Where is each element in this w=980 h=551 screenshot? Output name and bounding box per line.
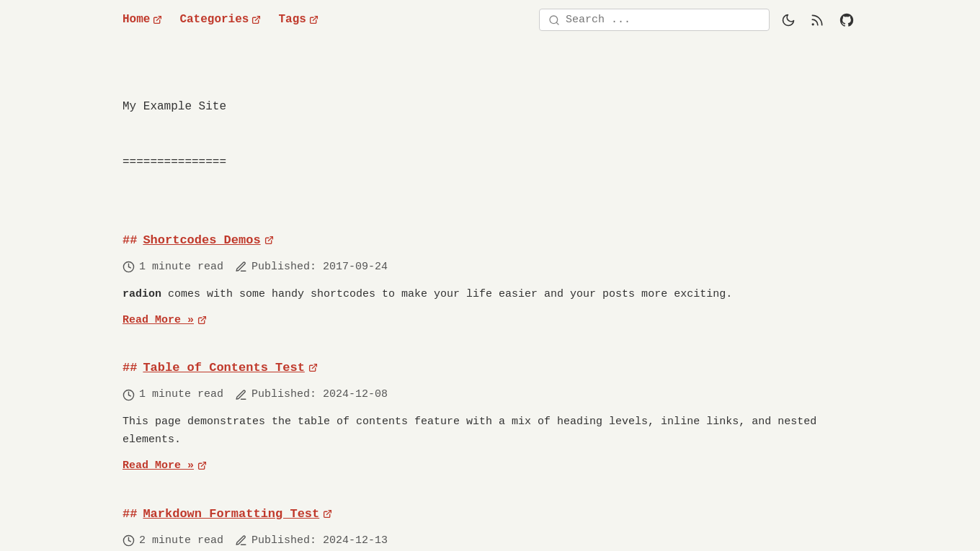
post-heading-line: ## Shortcodes Demos [122,230,858,250]
moon-icon [781,13,796,27]
clock-icon [122,534,135,547]
post-title-toc[interactable]: Table of Contents Test [143,358,317,377]
post-meta: 1 minute read Published: 2017-09-24 [122,259,858,276]
post-title-text: Markdown Formatting Test [143,504,319,524]
hash-marker: ## [122,358,137,377]
nav-bar: Home Categories Tags [122,0,858,40]
excerpt-text: This page demonstrates the table of cont… [122,416,816,446]
github-icon [839,12,855,28]
read-time-text: 1 minute read [139,386,223,403]
excerpt-bold: radion [122,288,161,300]
search-container[interactable] [539,9,770,31]
post-meta: 1 minute read Published: 2024-12-08 [122,386,858,403]
read-time-item: 1 minute read [122,259,223,276]
post-toc-test: ## Table of Contents Test 1 minute read [122,358,858,475]
read-more-shortcodes[interactable]: Read More » [122,312,207,329]
svg-line-8 [201,317,205,321]
nav-categories[interactable]: Categories [179,11,261,30]
read-more-toc[interactable]: Read More » [122,457,207,475]
svg-line-12 [327,510,331,514]
site-title: My Example Site =============== [122,61,858,209]
nav-actions [539,9,858,31]
nav-home-label: Home [122,11,150,30]
nav-tags[interactable]: Tags [278,11,318,30]
post-external-link-icon [323,509,332,519]
clock-icon [122,261,135,273]
site-underline: =============== [122,153,858,172]
external-link-icon [251,15,261,24]
svg-line-6 [268,236,272,241]
hash-marker: ## [122,230,137,250]
svg-line-11 [201,462,205,467]
external-link-icon [309,15,318,24]
nav-categories-label: Categories [179,11,249,30]
post-title-text: Shortcodes Demos [143,230,260,250]
nav-home[interactable]: Home [122,11,162,30]
read-time-text: 1 minute read [139,259,223,276]
external-link-icon [153,15,162,24]
published-text: Published: 2024-12-08 [251,386,388,403]
read-time-item: 1 minute read [122,386,223,403]
post-markdown-test: ## Markdown Formatting Test 2 minute rea… [122,504,858,551]
post-meta: 2 minute read Published: 2024-12-13 [122,532,858,550]
post-title-markdown[interactable]: Markdown Formatting Test [143,504,332,524]
svg-line-2 [313,17,317,21]
rss-icon [810,13,824,27]
svg-line-4 [556,22,558,24]
site-name: My Example Site [122,98,858,117]
post-excerpt: This page demonstrates the table of cont… [122,413,858,449]
post-excerpt: radion comes with some handy shortcodes … [122,286,858,304]
pencil-icon [235,261,247,273]
search-input[interactable] [566,14,760,26]
read-time-item: 2 minute read [122,532,223,550]
pencil-icon [235,534,247,547]
excerpt-rest: comes with some handy shortcodes to make… [161,288,732,300]
post-shortcodes-demos: ## Shortcodes Demos 1 minute read [122,230,858,330]
site-header: My Example Site =============== [122,61,858,209]
published-item: Published: 2017-09-24 [235,259,388,276]
post-heading-line: ## Table of Contents Test [122,358,858,377]
svg-line-0 [157,17,161,21]
svg-point-5 [812,24,814,25]
svg-line-9 [312,364,316,369]
read-more-label: Read More » [122,457,194,475]
github-button[interactable] [836,9,858,31]
nav-tags-label: Tags [278,11,306,30]
pencil-icon [235,389,247,401]
post-heading-line: ## Markdown Formatting Test [122,504,858,524]
svg-line-1 [256,17,260,21]
post-external-link-icon [264,236,274,245]
read-more-label: Read More » [122,312,194,329]
search-icon [548,14,560,26]
nav-links: Home Categories Tags [122,11,318,30]
published-text: Published: 2017-09-24 [251,259,388,276]
read-time-text: 2 minute read [139,532,223,550]
published-text: Published: 2024-12-13 [251,532,388,550]
dark-mode-button[interactable] [778,10,798,30]
post-title-text: Table of Contents Test [143,358,304,377]
post-title-shortcodes[interactable]: Shortcodes Demos [143,230,273,250]
read-more-external-icon [197,461,207,470]
published-item: Published: 2024-12-08 [235,386,388,403]
clock-icon [122,389,135,401]
post-external-link-icon [308,363,318,372]
rss-button[interactable] [807,10,827,30]
published-item: Published: 2024-12-13 [235,532,388,550]
read-more-external-icon [197,315,207,325]
hash-marker: ## [122,504,137,524]
